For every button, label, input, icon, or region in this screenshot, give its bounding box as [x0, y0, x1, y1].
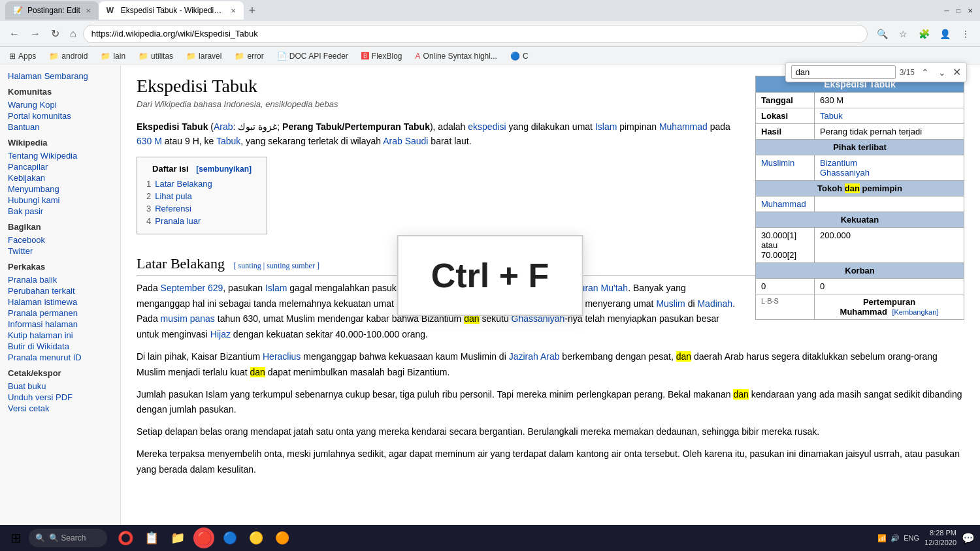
- sidebar-link-pranala-id[interactable]: Pranala menurut ID: [8, 352, 112, 363]
- sunting-sumber-link[interactable]: sunting sumber ]: [267, 261, 319, 270]
- toc-hide-link[interactable]: [sembunyikan]: [196, 165, 252, 174]
- menu-icon[interactable]: ⋮: [956, 25, 975, 43]
- bookmark-apps[interactable]: ⊞ Apps: [5, 50, 40, 62]
- address-bar[interactable]: [83, 25, 868, 43]
- biz-link[interactable]: Bizantium: [820, 158, 857, 168]
- arab-link[interactable]: Arab: [214, 121, 233, 132]
- bookmark-utilitas[interactable]: 📁 utilitas: [135, 50, 177, 62]
- tab-1-close[interactable]: ✕: [86, 7, 91, 14]
- maximize-button[interactable]: □: [954, 6, 963, 15]
- notification-icon[interactable]: 💬: [962, 532, 975, 544]
- toc-item-2[interactable]: 2 Lihat pula: [146, 190, 257, 202]
- bookmark-doc-api[interactable]: 📄 DOC API Feeder: [273, 50, 352, 62]
- find-input[interactable]: [791, 65, 896, 79]
- toc-link-2[interactable]: Lihat pula: [155, 191, 191, 201]
- bookmark-laravel[interactable]: 📁 laravel: [182, 50, 225, 62]
- taskbar-icon-explorer[interactable]: 📁: [167, 527, 188, 548]
- islam-link[interactable]: Islam: [595, 121, 617, 132]
- bookmark-error[interactable]: 📁 error: [231, 50, 267, 62]
- islam-link2[interactable]: Islam: [265, 283, 287, 293]
- taskbar-icon-other[interactable]: 🟠: [272, 527, 293, 548]
- sep629-link[interactable]: September 629: [161, 283, 223, 293]
- toc-link-1[interactable]: Latar Belakang: [155, 179, 212, 189]
- toc-link-4[interactable]: Pranala luar: [155, 216, 201, 226]
- start-button[interactable]: ⊞: [5, 527, 26, 548]
- sidebar-link-bantuan[interactable]: Bantuan: [8, 121, 112, 133]
- sidebar-link-facebook[interactable]: Facebook: [8, 234, 112, 245]
- taskbar-icon-task-view[interactable]: 📋: [141, 527, 162, 548]
- sidebar-link-kebijakan[interactable]: Kebijakan: [8, 172, 112, 183]
- arab-saudi-link[interactable]: Arab Saudi: [383, 136, 428, 146]
- sidebar-link-perubahan[interactable]: Perubahan terkait: [8, 285, 112, 296]
- taskbar-icon-edge[interactable]: 🔵: [220, 527, 240, 548]
- sidebar-link-info[interactable]: Informasi halaman: [8, 319, 112, 330]
- profile-icon[interactable]: 👤: [936, 25, 954, 43]
- sidebar-link-bak-pasir[interactable]: Bak pasir: [8, 206, 112, 217]
- time-display[interactable]: 8:28 PM 12/3/2020: [924, 528, 956, 548]
- sidebar-link-kutip[interactable]: Kutip halaman ini: [8, 330, 112, 341]
- muhammad-link2[interactable]: Muhammad: [659, 121, 708, 132]
- sidebar-link-halaman-istimewa[interactable]: Halaman istimewa: [8, 296, 112, 307]
- bookmark-syntax[interactable]: A Online Syntax highl...: [412, 50, 501, 62]
- sidebar-link-pancapilar[interactable]: Pancapilar: [8, 161, 112, 172]
- ghass-link[interactable]: Ghassaniyah: [820, 168, 870, 178]
- bookmark-star-icon[interactable]: ☆: [894, 25, 912, 43]
- taskbar-search-bar[interactable]: 🔍 🔍 Search: [29, 529, 107, 547]
- taskbar-icon-ppt[interactable]: 🟡: [246, 527, 267, 548]
- extension-icon[interactable]: 🧩: [915, 25, 933, 43]
- heraclius-link[interactable]: Heraclius: [263, 351, 301, 362]
- taskbar-icon-chrome[interactable]: 🔴: [193, 527, 214, 548]
- sidebar-link-warung-kopi[interactable]: Warung Kopi: [8, 99, 112, 110]
- sidebar-link-versi-cetak[interactable]: Versi cetak: [8, 403, 112, 414]
- bookmark-lain[interactable]: 📁 lain: [97, 50, 129, 62]
- forward-button[interactable]: →: [26, 25, 44, 42]
- toc-item-1[interactable]: 1 Latar Belakang: [146, 178, 257, 190]
- kembangkan-link[interactable]: [Kembangkan]: [892, 308, 938, 316]
- bookmark-flexblog[interactable]: 🅱 FlexBlog: [357, 50, 406, 62]
- sidebar-link-pranala-permanen[interactable]: Pranala permanen: [8, 307, 112, 319]
- toc-link-3[interactable]: Referensi: [155, 204, 191, 213]
- taskbar-icon-cortana[interactable]: ⭕: [115, 527, 136, 548]
- sidebar-link-twitter[interactable]: Twitter: [8, 245, 112, 257]
- 630-link[interactable]: 630 M: [137, 136, 162, 146]
- sidebar-link-tentang[interactable]: Tentang Wikipedia: [8, 150, 112, 161]
- sidebar-link-buat-buku[interactable]: Buat buku: [8, 381, 112, 392]
- sidebar-link-portal[interactable]: Portal komunitas: [8, 110, 112, 121]
- sidebar-link-halaman[interactable]: Halaman Sembarang: [8, 71, 112, 82]
- sidebar-link-menyumbang[interactable]: Menyumbang: [8, 183, 112, 195]
- hijaz-link[interactable]: Hijaz: [210, 329, 231, 339]
- sidebar-link-hubungi[interactable]: Hubungi kami: [8, 195, 112, 206]
- find-close-button[interactable]: ✕: [953, 66, 961, 78]
- sidebar-link-unduh-pdf[interactable]: Unduh versi PDF: [8, 392, 112, 403]
- sidebar-link-wikidata[interactable]: Butir di Wikidata: [8, 341, 112, 352]
- home-button[interactable]: ⌂: [66, 25, 80, 42]
- tab-2-close[interactable]: ✕: [231, 7, 236, 14]
- minimize-button[interactable]: ─: [942, 6, 951, 15]
- muslim-link[interactable]: Muslim: [656, 298, 685, 309]
- tab-1[interactable]: 📝 Postingan: Edit ✕: [5, 1, 99, 20]
- new-tab-button[interactable]: +: [244, 4, 261, 18]
- search-icon-btn[interactable]: 🔍: [873, 25, 891, 43]
- sidebar-link-pranala-balik[interactable]: Pranala balik: [8, 274, 112, 285]
- back-button[interactable]: ←: [5, 25, 24, 42]
- ekspedisi-link[interactable]: ekspedisi: [468, 121, 506, 132]
- find-next-button[interactable]: ⌄: [936, 66, 949, 79]
- muslimin-link[interactable]: Muslimin: [761, 158, 794, 168]
- madinah-link[interactable]: Madinah: [697, 298, 732, 309]
- sunting-link[interactable]: [ sunting: [234, 261, 261, 270]
- jazirah-link[interactable]: Jazirah Arab: [509, 351, 560, 362]
- bookmark-android[interactable]: 📁 android: [45, 50, 91, 62]
- musim-panas-link[interactable]: musim panas: [161, 313, 215, 324]
- lang-label[interactable]: ENG: [904, 534, 919, 542]
- tab-2[interactable]: W Ekspedisi Tabuk - Wikipedia bah... ✕: [99, 1, 244, 20]
- tabuk-link[interactable]: Tabuk: [216, 136, 240, 146]
- find-prev-button[interactable]: ⌃: [919, 66, 932, 79]
- lokasi-link[interactable]: Tabuk: [820, 111, 843, 121]
- refresh-button[interactable]: ↻: [47, 25, 63, 42]
- bookmark-c[interactable]: 🔵 C: [506, 50, 532, 62]
- toc-item-3[interactable]: 3 Referensi: [146, 202, 257, 215]
- error-folder-icon: 📁: [235, 52, 244, 61]
- close-button[interactable]: ✕: [966, 6, 975, 15]
- toc-item-4[interactable]: 4 Pranala luar: [146, 215, 257, 227]
- muhammad-link[interactable]: Muhammad: [761, 199, 806, 209]
